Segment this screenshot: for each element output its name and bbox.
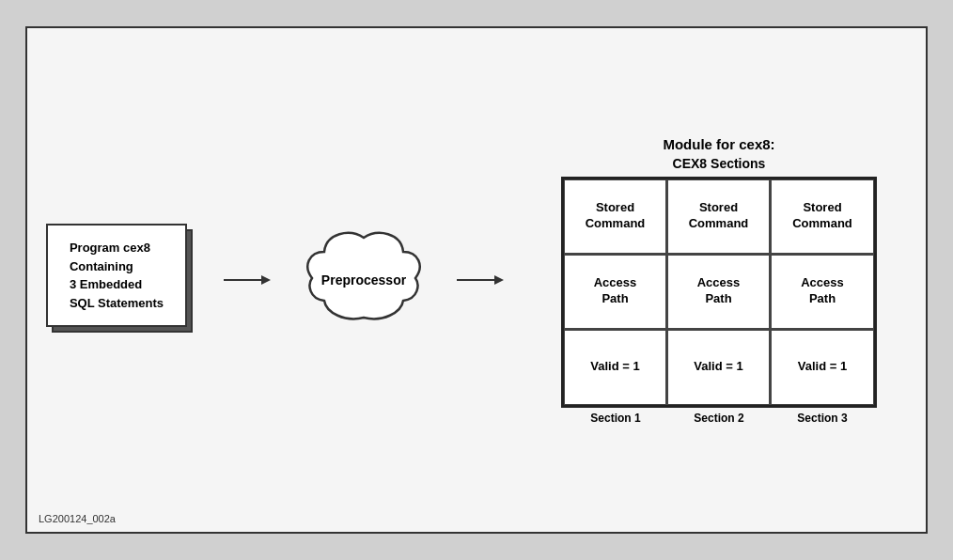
cloud-shape (298, 224, 430, 336)
section-label-1: Section 1 (564, 412, 667, 425)
section-labels: Section 1 Section 2 Section 3 (564, 412, 874, 425)
grid-row-1: StoredCommand StoredCommand StoredComman… (564, 179, 874, 255)
cell-2-2: AccessPath (667, 255, 771, 330)
figure-label: LG200124_002a (39, 513, 116, 524)
program-box-text: Program cex8 Containing 3 Embedded SQL S… (70, 239, 164, 312)
cloud-container: Preprocessor (298, 214, 430, 346)
section-label-2: Section 2 (667, 412, 771, 425)
diagram-area: Program cex8 Containing 3 Embedded SQL S… (46, 47, 907, 513)
module-area: Module for cex8: CEX8 Sections StoredCom… (531, 136, 907, 425)
arrow-1 (219, 271, 275, 289)
cell-3-2: Valid = 1 (667, 330, 771, 405)
cell-3-1: Valid = 1 (564, 330, 667, 405)
arrow-2 (452, 271, 508, 289)
program-line1: Program cex8 (70, 241, 150, 255)
grid-row-2: AccessPath AccessPath AccessPath (564, 255, 874, 330)
program-line2: Containing (70, 259, 133, 273)
grid-row-3: Valid = 1 Valid = 1 Valid = 1 (564, 330, 874, 405)
outer-frame: Program cex8 Containing 3 Embedded SQL S… (25, 26, 928, 534)
cell-2-3: AccessPath (771, 255, 874, 330)
program-line4: SQL Statements (70, 296, 164, 310)
cell-1-2: StoredCommand (667, 179, 771, 255)
cell-2-1: AccessPath (564, 255, 667, 330)
cell-3-3: Valid = 1 (771, 330, 874, 405)
module-title: Module for cex8: (663, 136, 774, 152)
sections-grid: StoredCommand StoredCommand StoredComman… (561, 177, 877, 408)
svg-marker-3 (494, 275, 504, 285)
program-box-wrapper: Program cex8 Containing 3 Embedded SQL S… (46, 224, 196, 336)
program-line3: 3 Embedded (70, 277, 142, 291)
cell-1-3: StoredCommand (771, 179, 874, 255)
cell-1-1: StoredCommand (564, 179, 667, 255)
program-box: Program cex8 Containing 3 Embedded SQL S… (46, 224, 187, 327)
svg-marker-1 (261, 275, 271, 285)
section-label-3: Section 3 (771, 412, 874, 425)
cex8-subtitle: CEX8 Sections (673, 156, 766, 171)
